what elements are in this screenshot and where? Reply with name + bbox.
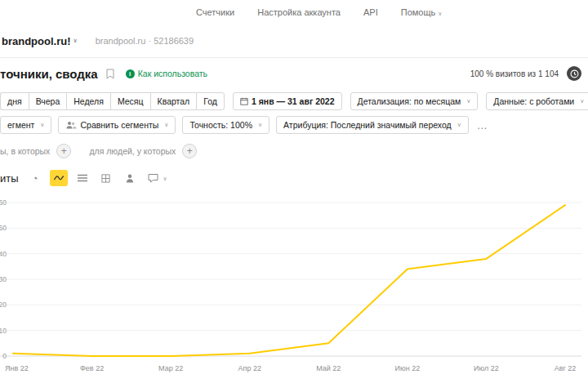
svg-text:20: 20	[0, 301, 7, 309]
segment-label: егмент	[7, 120, 34, 130]
period-button-group: дня Вчера Неделя Месяц Квартал Год	[0, 92, 225, 110]
svg-text:Июн 22: Июн 22	[395, 364, 421, 372]
counter-selector-label: brandpool.ru!	[2, 35, 71, 47]
chart-controls: иты ◔ ∨	[0, 170, 588, 186]
stacked-chart-icon[interactable]	[74, 170, 91, 186]
calendar-icon	[240, 97, 248, 105]
nav-help-label: Помощь	[401, 7, 436, 17]
clock-icon	[570, 69, 579, 78]
detalization-label: Детализация: по месяцам	[358, 96, 461, 106]
svg-text:60: 60	[0, 198, 7, 207]
comment-icon	[148, 173, 158, 183]
line-chart-icon[interactable]	[50, 170, 68, 186]
add-visits-condition-button[interactable]: +	[56, 144, 71, 158]
segment-button[interactable]: егмент∨	[0, 116, 51, 134]
svg-text:Мар 22: Мар 22	[158, 364, 183, 372]
period-today-button[interactable]: дня	[0, 92, 29, 110]
info-icon: i	[126, 69, 135, 78]
period-week-button[interactable]: Неделя	[66, 92, 110, 110]
compare-segments-label: Сравнить сегменты	[80, 120, 158, 130]
attribution-label: Атрибуция: Последний значимый переход	[283, 120, 452, 130]
svg-text:30: 30	[0, 275, 7, 283]
svg-text:Авг 22: Авг 22	[555, 364, 577, 372]
donut-chart-icon[interactable]: ◔	[26, 170, 44, 186]
comments-button[interactable]: ∨	[145, 170, 171, 186]
svg-text:Янв 22: Янв 22	[5, 364, 29, 372]
add-people-condition-button[interactable]: +	[182, 144, 197, 158]
how-to-use-label: Как использовать	[138, 69, 207, 78]
chevron-down-icon: ∨	[40, 122, 44, 128]
bookmark-icon[interactable]	[106, 69, 114, 79]
chevron-down-icon: ∨	[466, 98, 470, 105]
visits-chart: 0102030405060Янв 22Фев 22Мар 22Апр 22Май…	[0, 194, 588, 387]
svg-text:40: 40	[0, 250, 7, 258]
counter-selector[interactable]: brandpool.ru!∨	[2, 35, 78, 47]
nav-account-settings[interactable]: Настройка аккаунта	[257, 7, 341, 17]
chevron-down-icon: ∨	[438, 11, 442, 16]
visits-condition-label: ы, в которых	[0, 146, 50, 156]
how-to-use-link[interactable]: i Как использовать	[126, 69, 207, 78]
svg-text:50: 50	[0, 224, 7, 232]
counter-bar: brandpool.ru!∨ brandpool.ru · 52186639	[0, 24, 588, 58]
visits-summary: 100 % визитов из 1 104	[470, 69, 559, 78]
chevron-down-icon: ∨	[163, 176, 167, 181]
period-toolbar: дня Вчера Неделя Месяц Квартал Год 1 янв…	[0, 92, 588, 110]
filter-bar: ы, в которых + для людей, у которых +	[0, 144, 588, 158]
yandex-metrica-app: Счетчики Настройка аккаунта API Помощь∨ …	[0, 0, 588, 387]
data-mode-button[interactable]: Данные: с роботами∨	[486, 92, 588, 110]
period-year-button[interactable]: Год	[196, 92, 225, 110]
people-icon	[65, 121, 77, 129]
counter-meta: brandpool.ru · 52186639	[96, 36, 194, 46]
chevron-down-icon: ∨	[164, 122, 168, 128]
chevron-down-icon: ∨	[258, 122, 262, 128]
svg-text:10: 10	[0, 327, 7, 335]
compare-segments-button[interactable]: Сравнить сегменты∨	[58, 116, 176, 134]
nav-api[interactable]: API	[363, 7, 378, 17]
accuracy-button[interactable]: Точность: 100%∨	[182, 116, 270, 134]
segment-toolbar: егмент∨ Сравнить сегменты∨ Точность: 100…	[0, 116, 588, 134]
date-range-label: 1 янв — 31 авг 2022	[252, 96, 335, 106]
period-yesterday-button[interactable]: Вчера	[29, 92, 67, 110]
date-range-button[interactable]: 1 янв — 31 авг 2022	[233, 92, 342, 110]
detalization-button[interactable]: Детализация: по месяцам∨	[350, 92, 479, 110]
top-nav: Счетчики Настройка аккаунта API Помощь∨	[0, 0, 588, 24]
metric-label: иты	[0, 172, 19, 185]
svg-text:Фев 22: Фев 22	[80, 364, 104, 372]
svg-text:Май 22: Май 22	[316, 364, 341, 372]
nav-counters[interactable]: Счетчики	[196, 7, 234, 17]
nav-help[interactable]: Помощь∨	[401, 7, 443, 17]
chevron-down-icon: ∨	[74, 38, 78, 44]
attribution-button[interactable]: Атрибуция: Последний значимый переход∨	[276, 116, 469, 134]
chevron-down-icon: ∨	[580, 98, 584, 105]
svg-text:Апр 22: Апр 22	[238, 364, 261, 372]
chevron-down-icon: ∨	[457, 122, 461, 128]
report-header: точники, сводка i Как использовать 100 %…	[0, 58, 588, 89]
svg-text:Июл 22: Июл 22	[474, 364, 499, 372]
svg-text:0: 0	[2, 352, 7, 360]
visits-line-chart: 0102030405060Янв 22Фев 22Мар 22Апр 22Май…	[0, 194, 581, 384]
period-month-button[interactable]: Месяц	[110, 92, 150, 110]
page-title: точники, сводка	[0, 67, 98, 81]
history-clock-button[interactable]	[567, 66, 581, 81]
people-condition-label: для людей, у которых	[89, 146, 176, 156]
table-icon[interactable]	[97, 170, 115, 186]
accuracy-label: Точность: 100%	[189, 120, 252, 130]
data-mode-label: Данные: с роботами	[493, 96, 574, 106]
period-quarter-button[interactable]: Квартал	[150, 92, 197, 110]
person-icon[interactable]	[121, 170, 139, 186]
more-icon[interactable]: …	[477, 119, 488, 131]
